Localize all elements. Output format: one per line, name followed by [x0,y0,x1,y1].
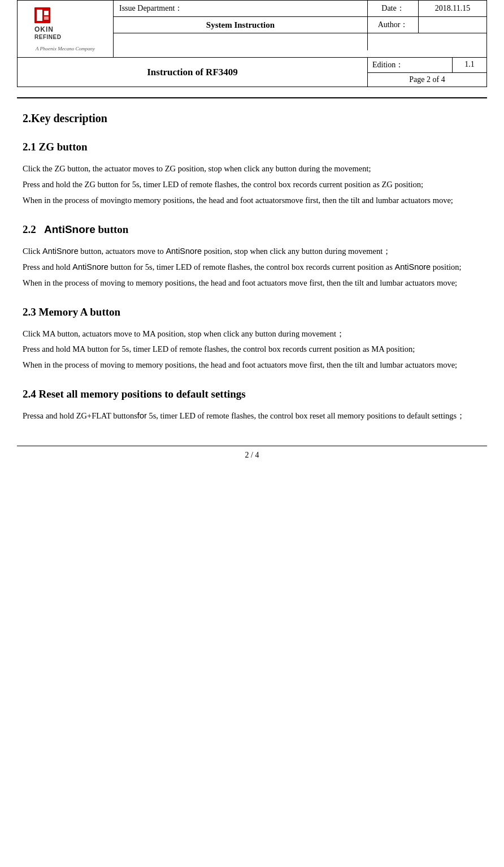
section-2-2: 2.2 AntiSnore button Click AntiSnore but… [23,223,481,290]
antisnore-ref-1: AntiSnore [42,247,79,256]
svg-marker-1 [37,10,42,21]
doc-title: Instruction of RF3409 [18,58,368,87]
logo-block: OKIN REFINED A Phoenix Mecano Company [18,1,114,57]
section-2-4: 2.4 Reset all memory positions to defaul… [23,388,481,423]
system-instruction-label: System Instruction [114,17,368,33]
header-mid-row: System Instruction Author： [114,17,486,33]
antisnore-heading-text: AntiSnore [44,223,95,235]
lower-right: Edition： 1.1 Page 2 of 4 [368,58,486,87]
lower-header: Instruction of RF3409 Edition： 1.1 Page … [17,58,487,87]
s2-2-p2: Press and hold AntiSnore button for 5s, … [23,261,481,274]
s2-4-p1: Pressa and hold ZG+FLAT buttonsfor 5s, t… [23,409,481,423]
company-tagline: A Phoenix Mecano Company [36,46,95,51]
footer-page-number: 2 / 4 [245,451,259,459]
header-top-row: Issue Department： Date： 2018.11.15 [114,1,486,17]
edition-value: 1.1 [453,58,486,72]
section-2-1-heading: 2.1 ZG button [23,141,481,153]
section-2-2-heading: 2.2 AntiSnore button [23,223,481,236]
section-2-1: 2.1 ZG button Click the ZG button, the a… [23,141,481,208]
section-2-3-paras: Click MA button, actuators move to MA po… [23,327,481,373]
page-footer: 2 / 4 [17,446,487,460]
date-label: Date： [368,1,419,16]
antisnore-ref-3: AntiSnore [72,262,108,271]
header-divider [17,97,487,98]
section-2-heading: 2.Key description [23,112,481,125]
s2-1-p3: When in the process of movingto memory p… [23,194,481,208]
svg-text:REFINED: REFINED [34,34,61,40]
antisnore-ref-2: AntiSnore [166,247,202,256]
header-table: OKIN REFINED A Phoenix Mecano Company Is… [17,0,487,58]
antisnore-ref-4: AntiSnore [394,262,431,271]
section-2-1-para1: Click the ZG button, the actuator moves … [23,162,481,208]
section-2-3-heading: 2.3 Memory A button [23,306,481,318]
edition-row: Edition： 1.1 [368,58,486,73]
company-logo: OKIN REFINED [32,6,99,43]
s2-3-p2: Press and hold MA button for 5s, timer L… [23,343,481,356]
header-right-block: Issue Department： Date： 2018.11.15 Syste… [114,1,486,57]
svg-rect-4 [44,16,49,20]
header-bottom-row [114,33,486,50]
s2-3-p1: Click MA button, actuators move to MA po… [23,327,481,341]
section-2-4-heading: 2.4 Reset all memory positions to defaul… [23,388,481,400]
issue-department-label: Issue Department： [114,1,368,16]
s2-3-p3: When in the process of moving to memory … [23,359,481,372]
s2-2-p3: When in the process of moving to memory … [23,277,481,290]
author-value [419,17,486,33]
edition-label: Edition： [368,58,453,72]
section-2-3: 2.3 Memory A button Click MA button, act… [23,306,481,373]
date-value: 2018.11.15 [419,1,486,16]
svg-text:OKIN: OKIN [34,25,54,33]
main-content: 2.Key description 2.1 ZG button Click th… [17,112,487,423]
svg-rect-3 [44,11,49,15]
s2-1-p1: Click the ZG button, the actuator moves … [23,162,481,176]
header-bottom-empty [114,33,368,50]
page-info: Page 2 of 4 [368,73,486,87]
header: OKIN REFINED A Phoenix Mecano Company Is… [17,0,487,87]
section-2-2-paras: Click AntiSnore button, actuators move t… [23,245,481,290]
author-label: Author： [368,17,419,33]
s2-2-p1: Click AntiSnore button, actuators move t… [23,245,481,258]
s2-1-p2: Press and hold the ZG button for 5s, tim… [23,178,481,192]
section-2-4-paras: Pressa and hold ZG+FLAT buttonsfor 5s, t… [23,409,481,423]
for-text: for [137,411,147,420]
header-bottom-val [368,33,486,50]
page-container: OKIN REFINED A Phoenix Mecano Company Is… [0,0,504,867]
